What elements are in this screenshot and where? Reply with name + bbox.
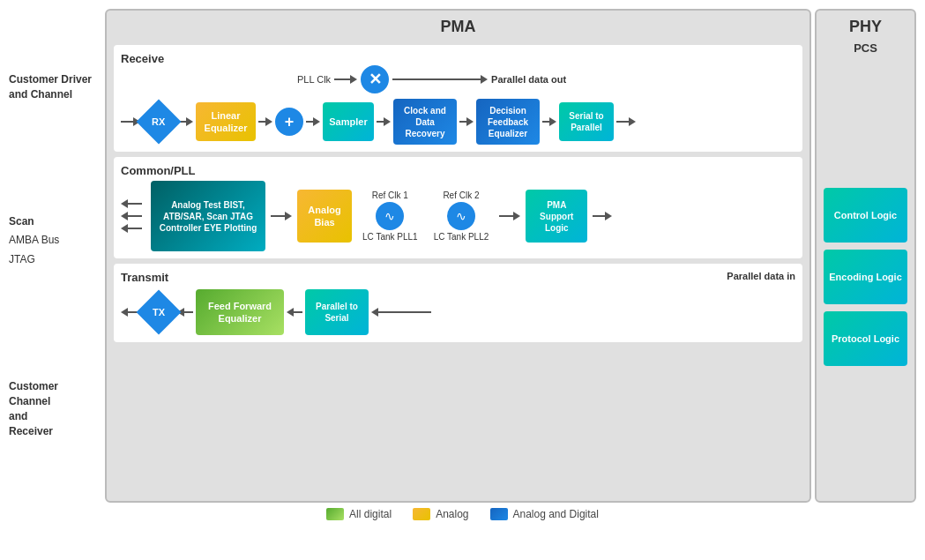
ref-clk2-group: Ref Clk 2 ∿ LC Tank PLL2 — [434, 190, 489, 242]
pll-clk-label: PLL Clk — [297, 74, 331, 85]
transmit-section: Transmit Parallel data in TX — [114, 264, 802, 342]
scan-arrows — [121, 199, 142, 233]
ref-clk1-label: Ref Clk 1 — [372, 190, 408, 200]
legend-color-digital — [326, 508, 344, 520]
legend: All digital Analog Analog and Digital — [9, 508, 916, 520]
tx-diamond: TX — [137, 290, 182, 335]
pll2-support-arrow — [499, 212, 520, 220]
left-labels: Customer Driver and Channel Scan AMBA Bu… — [9, 9, 101, 503]
receive-main-row: RX Linear Equalizer — [121, 99, 795, 145]
phy-title: PHY — [849, 18, 882, 36]
parallel-data-out-label: Parallel data out — [491, 74, 566, 85]
left-label-customer-driver: Customer Driver and Channel — [9, 72, 101, 102]
transmit-main-row: TX Feed Forward Equalizer — [121, 289, 795, 335]
parallel-in-label: Parallel data in — [727, 271, 795, 281]
sampler-cdr-arrow — [377, 117, 391, 126]
linear-equalizer-box: Linear Equalizer — [196, 102, 256, 141]
decision-feedback-box: Decision Feedback Equalizer — [476, 99, 540, 145]
pcs-label: PCS — [854, 41, 877, 55]
ref-clk2-label: Ref Clk 2 — [443, 190, 479, 200]
serial-to-parallel-box: Serial to Parallel — [559, 102, 614, 141]
dfe-s2p-arrow — [542, 117, 556, 126]
pll-clk-arrow — [334, 75, 357, 84]
receive-section: Receive PLL Clk ✕ — [114, 45, 802, 152]
control-logic-box: Control Logic — [824, 188, 907, 243]
legend-analog: Analog — [413, 508, 468, 520]
p2s-ffe-arrow — [287, 308, 302, 317]
le-sampler-arrow — [258, 117, 272, 126]
summing-junction: + — [275, 108, 303, 136]
diagram-layout: Customer Driver and Channel Scan AMBA Bu… — [9, 9, 916, 503]
wave-symbol-1: ∿ — [376, 202, 404, 230]
receive-label: Receive — [121, 52, 795, 65]
phy-boxes: Control Logic Encoding Logic Protocol Lo… — [824, 60, 907, 494]
legend-color-analog-digital — [490, 508, 508, 520]
phy-container: PHY PCS Control Logic Encoding Logic Pro… — [815, 9, 916, 503]
main-container: Customer Driver and Channel Scan AMBA Bu… — [0, 0, 925, 560]
protocol-logic-box: Protocol Logic — [824, 311, 907, 366]
sum-sampler-arrow — [306, 117, 320, 126]
in-p2s-arrow — [371, 308, 431, 317]
analog-bias-box: Analog Bias — [297, 190, 352, 243]
analog-test-box: Analog Test BIST, ATB/SAR, Scan JTAG Con… — [151, 181, 265, 251]
cdr-dfe-arrow — [459, 117, 474, 126]
ref-clk1-group: Ref Clk 1 ∿ LC Tank PLL1 — [362, 190, 418, 242]
legend-color-analog — [413, 508, 430, 520]
feed-forward-equalizer-box: Feed Forward Equalizer — [196, 289, 284, 335]
pma-support-box: PMA Support Logic — [526, 190, 587, 243]
phy-section: PHY PCS Control Logic Encoding Logic Pro… — [815, 9, 916, 503]
lc-tank-pll1-label: LC Tank PLL1 — [362, 232, 418, 242]
tx-label: TX — [153, 307, 165, 317]
pll-cross-symbol: ✕ — [361, 65, 389, 93]
rx-label: RX — [152, 116, 165, 127]
transmit-label: Transmit — [121, 271, 168, 284]
sampler-box: Sampler — [323, 102, 374, 141]
legend-all-digital: All digital — [326, 508, 392, 520]
encoding-logic-box: Encoding Logic — [824, 250, 907, 304]
s2p-out-arrow — [616, 117, 636, 126]
parallel-out-arrow — [392, 75, 488, 84]
pll-clk-row: PLL Clk ✕ Parallel data out — [297, 65, 795, 93]
wave-symbol-2: ∿ — [447, 202, 475, 230]
pma-container: PMA Receive PLL Clk ✕ — [105, 9, 811, 503]
pma-section: PMA Receive PLL Clk ✕ — [105, 9, 811, 503]
left-label-scan: Scan AMBA Bus JTAG — [9, 213, 101, 270]
common-pll-label: Common/PLL — [121, 164, 795, 177]
clock-data-recovery-box: Clock and Data Recovery — [393, 99, 457, 145]
common-pll-section: Common/PLL Analog Test BIST, ATB/SAR, Sc… — [114, 157, 802, 258]
support-out-arrow — [593, 212, 612, 220]
at-ab-arrow — [271, 212, 292, 220]
common-main-row: Analog Test BIST, ATB/SAR, Scan JTAG Con… — [121, 181, 795, 251]
legend-analog-digital: Analog and Digital — [490, 508, 599, 520]
pma-title: PMA — [114, 18, 802, 36]
rx-diamond: RX — [137, 100, 182, 145]
lc-tank-pll2-label: LC Tank PLL2 — [434, 232, 489, 242]
parallel-to-serial-box: Parallel to Serial — [305, 289, 369, 335]
left-label-customer-channel: CustomerChannelandReceiver — [9, 379, 101, 438]
